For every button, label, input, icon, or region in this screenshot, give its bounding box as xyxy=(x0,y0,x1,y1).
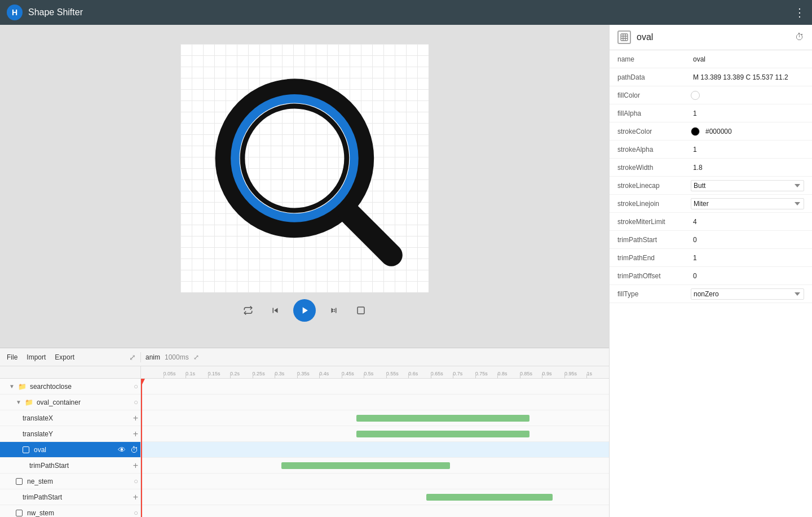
prop-label-strokeLinecap: strokeLinecap xyxy=(617,182,691,190)
ruler-tick-0.2s: 0.2s xyxy=(230,366,240,378)
svg-rect-4 xyxy=(358,307,364,314)
prop-row-trimPathEnd: trimPathEnd1 xyxy=(610,249,812,267)
left-panel: File Import Export ⤢ anim 1000ms ⤢ 0.05s… xyxy=(0,25,609,517)
ruler-tick-0.35s: 0.35s xyxy=(297,366,310,378)
prop-value-trimPathStart: 0 xyxy=(691,235,804,245)
ruler-tick-0.05s: 0.05s xyxy=(164,366,176,378)
prop-value-strokeColor: #000000 xyxy=(703,126,734,137)
keyframe-row-oval-trimPathStart xyxy=(141,458,609,474)
prop-select-strokeLinecap[interactable]: ButtRoundSquare xyxy=(691,180,804,191)
timeline-ruler: 0.05s0.1s0.15s0.2s0.25s0.3s0.35s0.4s0.45… xyxy=(0,366,609,379)
prop-label-strokeLinejoin: strokeLinejoin xyxy=(617,200,691,208)
app-logo: H xyxy=(7,5,23,20)
color-swatch-strokeColor[interactable] xyxy=(691,127,700,136)
track-ne-stem: ne_stem ○ xyxy=(0,474,140,489)
svg-line-3 xyxy=(349,213,391,255)
export-menu[interactable]: Export xyxy=(52,352,77,362)
repeat-button[interactable] xyxy=(352,301,370,319)
timeline-body: ▼ 📁 searchtoclose ○ ▼ 📁 oval_container ○ xyxy=(0,379,609,517)
timeline-header: File Import Export ⤢ anim 1000ms ⤢ xyxy=(0,348,609,366)
ruler-tick-0.9s: 0.9s xyxy=(542,366,551,378)
prop-label-pathData: pathData xyxy=(617,73,691,81)
app-title: Shape Shifter xyxy=(28,7,83,17)
prop-value-trimPathEnd: 1 xyxy=(691,253,804,263)
skip-forward-button[interactable] xyxy=(325,301,343,319)
color-swatch-fillColor[interactable] xyxy=(691,91,700,100)
prop-row-strokeWidth: strokeWidth1.8 xyxy=(610,159,812,177)
prop-label-fillColor: fillColor xyxy=(617,91,691,99)
prop-value-fillAlpha: 1 xyxy=(691,108,804,119)
panel-timer-icon[interactable]: ⏱ xyxy=(795,32,804,42)
track-translateX: translateX + xyxy=(0,410,140,426)
ruler-tick-0.7s: 0.7s xyxy=(453,366,462,378)
keyframe-bar-translateX xyxy=(356,415,529,422)
topbar-left: H Shape Shifter xyxy=(7,5,83,20)
prop-label-trimPathOffset: trimPathOffset xyxy=(617,272,691,280)
shape-icon xyxy=(617,30,631,44)
prop-select-strokeLinejoin[interactable]: MiterRoundBevel xyxy=(691,198,804,209)
prop-value-trimPathOffset: 0 xyxy=(691,271,804,281)
animation-canvas xyxy=(180,44,429,292)
properties-panel: oval ⏱ nameovalpathDataM 13.389 13.389 C… xyxy=(609,25,812,517)
prop-row-strokeColor: strokeColor#000000 xyxy=(610,122,812,141)
track-translateY: translateY + xyxy=(0,426,140,442)
timeline-left-header: File Import Export ⤢ xyxy=(0,352,141,362)
svg-point-1 xyxy=(235,99,354,218)
track-oval-container: ▼ 📁 oval_container ○ xyxy=(0,395,140,410)
ruler-tick-0.4s: 0.4s xyxy=(319,366,329,378)
prop-label-strokeAlpha: strokeAlpha xyxy=(617,146,691,154)
loop-button[interactable] xyxy=(239,301,257,319)
ruler-tick-0.65s: 0.65s xyxy=(431,366,443,378)
prop-row-strokeLinecap: strokeLinecapButtRoundSquare xyxy=(610,177,812,195)
ruler-tick-0.95s: 0.95s xyxy=(564,366,577,378)
playback-controls xyxy=(239,292,370,328)
prop-row-strokeMiterLimit: strokeMiterLimit4 xyxy=(610,213,812,231)
prop-row-fillAlpha: fillAlpha1 xyxy=(610,104,812,122)
ruler-tick-0.15s: 0.15s xyxy=(208,366,220,378)
ruler-tick-1s: 1s xyxy=(586,366,592,378)
canvas-wrapper xyxy=(180,44,429,292)
ruler-tick-0.1s: 0.1s xyxy=(186,366,195,378)
keyframe-bar-ne-trimPathStart xyxy=(426,494,553,501)
keyframe-row-translateY xyxy=(141,426,609,442)
prop-row-strokeLinejoin: strokeLinejoinMiterRoundBevel xyxy=(610,195,812,213)
prop-row-fillType: fillTypenonZeroevenOdd xyxy=(610,285,812,303)
prop-label-name: name xyxy=(617,55,691,63)
prop-label-fillAlpha: fillAlpha xyxy=(617,109,691,117)
ruler-tick-0.25s: 0.25s xyxy=(253,366,265,378)
file-menu[interactable]: File xyxy=(5,352,20,362)
expand-panel-icon[interactable]: ⤢ xyxy=(129,353,136,362)
ruler-tick-0.8s: 0.8s xyxy=(497,366,507,378)
keyframe-row-translateX xyxy=(141,410,609,426)
anim-label: anim xyxy=(145,353,160,361)
prop-row-pathData: pathDataM 13.389 13.389 C 15.537 11.2 xyxy=(610,68,812,86)
timeline-right-header: anim 1000ms ⤢ xyxy=(141,353,609,361)
prop-label-strokeWidth: strokeWidth xyxy=(617,164,691,172)
anim-duration: 1000ms xyxy=(165,353,189,361)
main-area: File Import Export ⤢ anim 1000ms ⤢ 0.05s… xyxy=(0,25,812,517)
prop-row-trimPathStart: trimPathStart0 xyxy=(610,231,812,249)
keyframe-row-nw-stem xyxy=(141,505,609,517)
prop-row-trimPathOffset: trimPathOffset0 xyxy=(610,267,812,285)
more-options-icon[interactable]: ⋮ xyxy=(794,6,805,19)
prop-select-fillType[interactable]: nonZeroevenOdd xyxy=(691,288,804,300)
prop-label-strokeColor: strokeColor xyxy=(617,128,691,135)
skip-back-button[interactable] xyxy=(266,301,284,319)
expand-timeline-icon[interactable]: ⤢ xyxy=(193,353,199,361)
keyframe-row-searchtoclose xyxy=(141,379,609,395)
properties-panel-header: oval ⏱ xyxy=(610,25,812,50)
topbar: H Shape Shifter ⋮ xyxy=(0,0,812,25)
prop-row-strokeAlpha: strokeAlpha1 xyxy=(610,141,812,159)
prop-label-trimPathEnd: trimPathEnd xyxy=(617,254,691,262)
track-oval[interactable]: oval 👁 ⏱ xyxy=(0,442,140,458)
ruler-spacer xyxy=(0,366,141,378)
prop-label-strokeMiterLimit: strokeMiterLimit xyxy=(617,218,691,226)
import-menu[interactable]: Import xyxy=(24,352,48,362)
prop-value-strokeAlpha: 1 xyxy=(691,144,804,155)
keyframe-bar-translateY xyxy=(356,431,529,437)
ruler-tick-0.6s: 0.6s xyxy=(408,366,418,378)
prop-row-name: nameoval xyxy=(610,50,812,68)
play-button[interactable] xyxy=(293,299,316,322)
ruler-tick-0.85s: 0.85s xyxy=(520,366,532,378)
keyframe-row-oval-container xyxy=(141,395,609,410)
